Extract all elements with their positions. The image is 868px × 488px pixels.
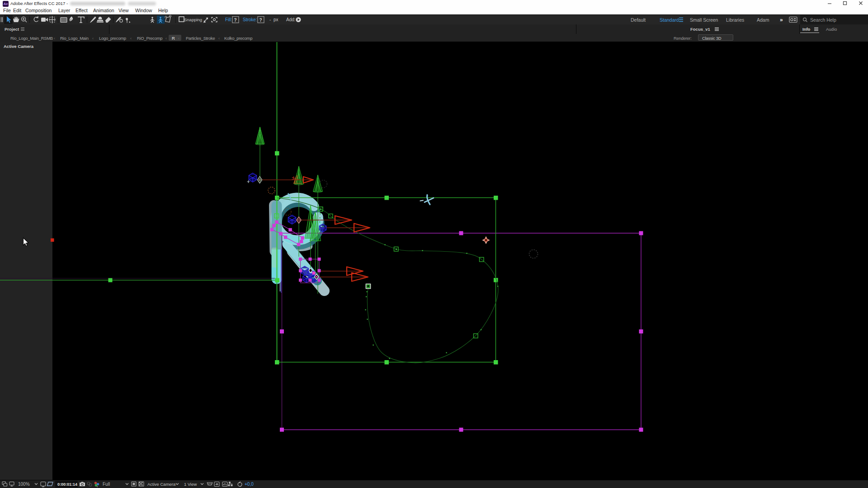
- svg-text:Standard: Standard: [660, 17, 679, 23]
- svg-text:Active Camera: Active Camera: [147, 482, 176, 487]
- svg-text:- px: - px: [269, 17, 278, 22]
- svg-text:?: ?: [259, 18, 262, 23]
- svg-text:Full: Full: [103, 482, 110, 487]
- svg-text:100%: 100%: [18, 482, 30, 487]
- svg-text:Default: Default: [631, 17, 646, 23]
- svg-text:Adam: Adam: [757, 17, 769, 23]
- svg-text:?: ?: [234, 18, 237, 23]
- svg-text:Search Help: Search Help: [810, 17, 836, 23]
- svg-text:1 View: 1 View: [184, 482, 197, 487]
- svg-text:Libraries: Libraries: [726, 17, 744, 23]
- svg-text:+0,0: +0,0: [245, 482, 254, 487]
- svg-text:Fill:: Fill:: [225, 17, 232, 22]
- svg-text:»: »: [780, 17, 783, 23]
- svg-text:Stroke:: Stroke:: [243, 17, 257, 22]
- svg-text:Add:: Add:: [286, 17, 296, 22]
- svg-text:Snapping: Snapping: [184, 17, 202, 22]
- svg-text:Small Screen: Small Screen: [690, 17, 718, 23]
- svg-text:0:00:01:14: 0:00:01:14: [57, 482, 77, 487]
